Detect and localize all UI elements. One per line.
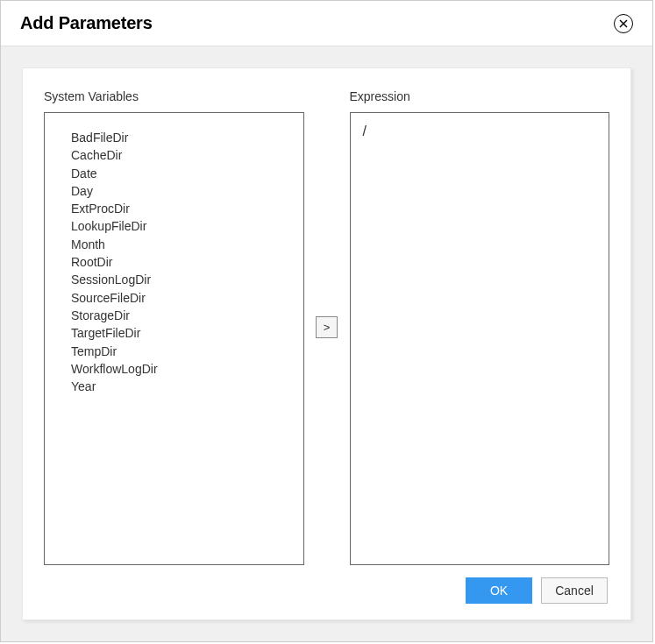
list-item[interactable]: RootDir xyxy=(71,253,295,271)
columns: System Variables BadFileDirCacheDirDateD… xyxy=(44,89,609,565)
close-button[interactable] xyxy=(614,14,633,33)
list-item[interactable]: TempDir xyxy=(71,343,295,360)
list-item[interactable]: LookupFileDir xyxy=(71,217,295,235)
button-row: OK Cancel xyxy=(44,565,609,604)
system-variables-label: System Variables xyxy=(44,89,304,103)
system-variables-column: System Variables BadFileDirCacheDirDateD… xyxy=(44,89,304,565)
list-item[interactable]: Month xyxy=(71,236,295,253)
dialog-body: System Variables BadFileDirCacheDirDateD… xyxy=(1,46,652,641)
ok-button[interactable]: OK xyxy=(466,577,532,604)
list-item[interactable]: CacheDir xyxy=(71,146,295,164)
dialog-title: Add Parameters xyxy=(20,13,153,33)
list-item[interactable]: SessionLogDir xyxy=(71,271,295,288)
list-item[interactable]: TargetFileDir xyxy=(71,324,295,342)
expression-column: Expression xyxy=(350,89,610,565)
expression-textarea[interactable] xyxy=(350,112,610,565)
add-parameters-dialog: Add Parameters System Variables BadFileD… xyxy=(0,0,653,642)
list-item[interactable]: SourceFileDir xyxy=(71,289,295,307)
list-item[interactable]: Day xyxy=(71,182,295,200)
transfer-column: > xyxy=(315,89,339,565)
list-item[interactable]: ExtProcDir xyxy=(71,200,295,217)
close-icon xyxy=(619,19,628,28)
expression-label: Expression xyxy=(350,89,610,103)
list-item[interactable]: Year xyxy=(71,378,295,395)
list-item[interactable]: Date xyxy=(71,165,295,182)
cancel-button[interactable]: Cancel xyxy=(541,577,608,604)
list-item[interactable]: BadFileDir xyxy=(71,129,295,146)
list-item[interactable]: WorkflowLogDir xyxy=(71,360,295,378)
list-item[interactable]: StorageDir xyxy=(71,307,295,324)
dialog-header: Add Parameters xyxy=(1,1,652,46)
system-variables-listbox[interactable]: BadFileDirCacheDirDateDayExtProcDirLooku… xyxy=(44,112,304,565)
content-panel: System Variables BadFileDirCacheDirDateD… xyxy=(22,67,631,620)
transfer-right-button[interactable]: > xyxy=(316,316,338,338)
